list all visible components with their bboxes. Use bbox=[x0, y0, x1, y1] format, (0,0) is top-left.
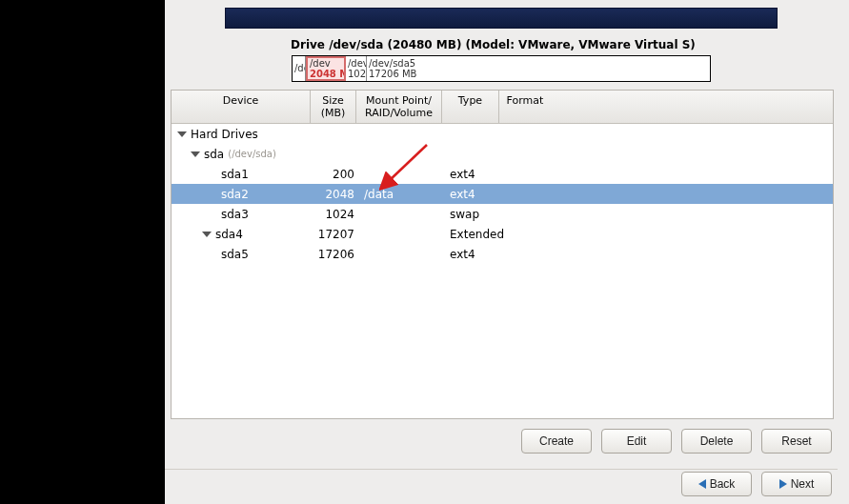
create-button[interactable]: Create bbox=[521, 429, 592, 454]
expander-icon[interactable] bbox=[191, 151, 200, 157]
delete-button[interactable]: Delete bbox=[681, 429, 752, 454]
main-page: Drive /dev/sda (20480 MB) (Model: VMware… bbox=[165, 0, 849, 504]
drive-part[interactable]: /dev/sda517206 MB bbox=[367, 56, 710, 81]
col-format[interactable]: Format bbox=[499, 91, 551, 123]
part-size: 17207 bbox=[314, 228, 360, 241]
table-row[interactable]: sda22048/dataext4 bbox=[172, 184, 833, 204]
col-size[interactable]: Size (MB) bbox=[311, 91, 356, 123]
part-name: sda2 bbox=[175, 188, 314, 201]
table-row[interactable]: Hard Drives bbox=[172, 124, 833, 144]
table-row[interactable]: sda31024swap bbox=[172, 204, 833, 224]
installer-banner bbox=[225, 8, 778, 29]
part-type: Extended bbox=[446, 228, 503, 241]
part-type: ext4 bbox=[446, 248, 503, 261]
partition-table: Device Size (MB) Mount Point/ RAID/Volum… bbox=[171, 90, 834, 419]
table-header: Device Size (MB) Mount Point/ RAID/Volum… bbox=[172, 91, 833, 124]
left-black-sidebar bbox=[0, 0, 165, 504]
drive-summary: Drive /dev/sda (20480 MB) (Model: VMware… bbox=[165, 38, 838, 82]
expander-icon[interactable] bbox=[202, 232, 212, 237]
part-size: 200 bbox=[314, 168, 360, 181]
part-size: 1024 bbox=[314, 208, 360, 221]
col-type[interactable]: Type bbox=[442, 91, 499, 123]
table-row[interactable]: sda417207Extended bbox=[172, 224, 833, 244]
part-name: sda3 bbox=[175, 208, 314, 221]
part-mount: /data bbox=[360, 188, 446, 201]
table-row[interactable]: sda1200ext4 bbox=[172, 164, 833, 184]
col-mount[interactable]: Mount Point/ RAID/Volume bbox=[356, 91, 442, 123]
action-button-row: Create Edit Delete Reset bbox=[165, 425, 838, 463]
part-type: ext4 bbox=[446, 168, 503, 181]
drive-part[interactable]: /dev2048 MB bbox=[306, 56, 346, 81]
part-type: ext4 bbox=[446, 188, 503, 201]
tree-disk: sda(/dev/sda) bbox=[175, 148, 314, 161]
drive-part[interactable]: /dev102 bbox=[346, 56, 367, 81]
back-button[interactable]: Back bbox=[681, 472, 752, 496]
expander-icon[interactable] bbox=[177, 131, 187, 137]
table-row[interactable]: sda517206ext4 bbox=[172, 244, 833, 264]
part-name: sda1 bbox=[175, 168, 314, 181]
next-button[interactable]: Next bbox=[761, 472, 832, 496]
drive-part[interactable]: /dev/sda bbox=[293, 56, 306, 81]
col-device[interactable]: Device bbox=[172, 91, 311, 123]
table-body[interactable]: Hard Drivessda(/dev/sda)sda1200ext4sda22… bbox=[172, 124, 833, 418]
part-type: swap bbox=[446, 208, 503, 221]
table-row[interactable]: sda(/dev/sda) bbox=[172, 144, 833, 164]
back-label: Back bbox=[710, 477, 736, 491]
banner-wrap bbox=[165, 0, 838, 38]
arrow-left-icon bbox=[698, 479, 706, 489]
edit-button[interactable]: Edit bbox=[601, 429, 672, 454]
drive-partition-bar[interactable]: /dev/sda/dev2048 MB/dev102/dev/sda517206… bbox=[292, 55, 711, 82]
drive-title: Drive /dev/sda (20480 MB) (Model: VMware… bbox=[291, 38, 696, 51]
tree-root: Hard Drives bbox=[175, 128, 314, 141]
arrow-right-icon bbox=[779, 479, 787, 489]
part-size: 17206 bbox=[314, 248, 360, 261]
next-label: Next bbox=[791, 477, 815, 491]
part-name: sda5 bbox=[175, 248, 314, 261]
part-name: sda4 bbox=[175, 228, 314, 241]
part-size: 2048 bbox=[314, 188, 360, 201]
root-layout: Drive /dev/sda (20480 MB) (Model: VMware… bbox=[0, 0, 849, 504]
nav-button-row: Back Next bbox=[165, 469, 838, 500]
reset-button[interactable]: Reset bbox=[761, 429, 832, 454]
